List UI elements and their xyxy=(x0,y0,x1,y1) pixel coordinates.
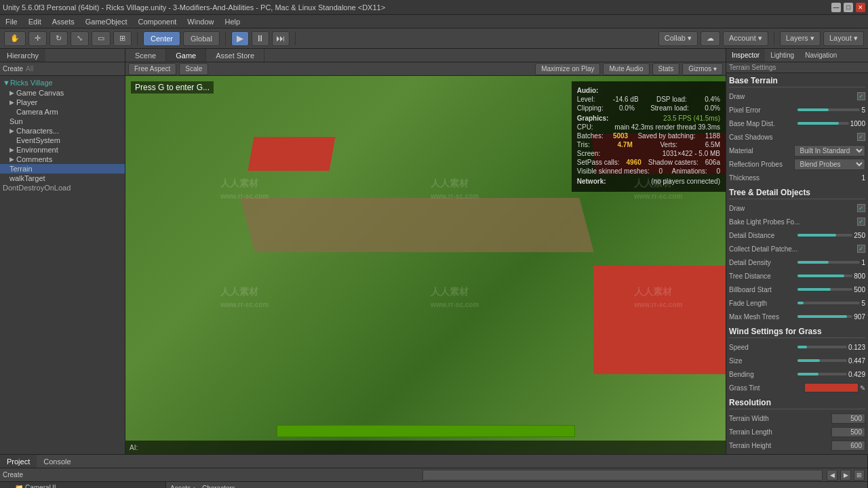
hierarchy-create-button[interactable]: Create xyxy=(3,65,23,73)
menu-edit[interactable]: Edit xyxy=(23,15,47,28)
bake-light-checkbox[interactable]: ✓ xyxy=(857,218,865,226)
hier-sun[interactable]: Sun xyxy=(0,117,125,126)
menu-window[interactable]: Window xyxy=(182,15,219,28)
collab-button[interactable]: Collab ▾ xyxy=(658,31,698,46)
gizmos-button[interactable]: Gizmos ▾ xyxy=(682,63,723,75)
hier-eventsystem[interactable]: EventSystem xyxy=(0,136,125,145)
hier-player[interactable]: ▶ Player xyxy=(0,98,125,107)
play-button[interactable]: ▶ xyxy=(231,31,249,46)
material-row: Material Built In Standard xyxy=(729,144,865,157)
expand-button[interactable]: ⊞ xyxy=(854,470,865,481)
menu-gameobject[interactable]: GameObject xyxy=(80,15,133,28)
pause-button[interactable]: ⏸ xyxy=(252,31,269,46)
scene-tab[interactable]: Scene xyxy=(125,49,166,62)
account-button[interactable]: Account ▾ xyxy=(723,31,768,46)
layout-button[interactable]: Layout ▾ xyxy=(823,31,864,46)
rect-tool[interactable]: ▭ xyxy=(92,31,111,46)
menu-component[interactable]: Component xyxy=(132,15,182,28)
hand-tool[interactable]: ✋ xyxy=(4,31,26,46)
minimize-button[interactable]: — xyxy=(831,3,841,12)
console-tab[interactable]: Console xyxy=(37,455,77,468)
setpass-val: 4960 xyxy=(627,159,642,166)
graphics-label: Graphics: xyxy=(577,115,609,122)
hier-terrain[interactable]: Terrain xyxy=(0,164,125,174)
hier-comments[interactable]: ▶ Comments xyxy=(0,155,125,164)
hier-dontdestroy[interactable]: DontDestroyOnLoad xyxy=(0,183,125,192)
inspector-tab[interactable]: Inspector xyxy=(726,49,765,62)
terrain-width-input[interactable] xyxy=(831,413,865,424)
hier-characters[interactable]: ▶ Characters... xyxy=(0,126,125,136)
bending-slider[interactable] xyxy=(797,373,847,375)
maximize-button[interactable]: □ xyxy=(844,3,853,12)
wind-title: Wind Settings for Grass xyxy=(729,327,865,338)
tree-dist-slider[interactable] xyxy=(797,274,853,277)
breadcrumb-assets[interactable]: Assets xyxy=(170,485,191,488)
scale-button[interactable]: Scale xyxy=(179,63,208,75)
scroll-right-button[interactable]: ▶ xyxy=(840,470,851,481)
project-tab[interactable]: Project xyxy=(0,455,37,468)
terrain-height-input[interactable] xyxy=(831,441,865,451)
menu-help[interactable]: Help xyxy=(219,15,245,28)
pixel-error-slider[interactable] xyxy=(797,108,861,111)
cpu-val: main 42.3ms render thread 39.3ms xyxy=(614,123,720,131)
layers-button[interactable]: Layers ▾ xyxy=(780,31,821,46)
grass-tint-color[interactable] xyxy=(804,383,859,392)
grass-tint-edit-icon[interactable]: ✎ xyxy=(860,384,865,392)
anim-label: Animations: xyxy=(672,167,707,175)
game-tab[interactable]: Game xyxy=(166,49,206,62)
rotate-tool[interactable]: ↻ xyxy=(50,31,68,46)
transform-tool[interactable]: ⊞ xyxy=(113,31,132,46)
hier-game-canvas[interactable]: ▶ Game Canvas xyxy=(0,88,125,98)
asset-search-input[interactable] xyxy=(422,470,823,481)
hier-environment[interactable]: ▶ Environment xyxy=(0,145,125,155)
detail-density-slider[interactable] xyxy=(797,261,861,264)
cast-shadows-checkbox[interactable]: ✓ xyxy=(857,133,865,141)
scene-root[interactable]: ▼ Ricks Village xyxy=(0,77,125,88)
cast-shadows-row: Cast Shadows ✓ xyxy=(729,131,865,143)
scale-tool[interactable]: ⤡ xyxy=(71,31,89,46)
menu-file[interactable]: File xyxy=(0,15,23,28)
lighting-tab[interactable]: Lighting xyxy=(765,49,800,62)
aspect-ratio-button[interactable]: Free Aspect xyxy=(128,63,176,75)
pivot-center-button[interactable]: Center xyxy=(143,31,180,46)
clipping-label: Clipping: xyxy=(577,104,604,112)
speed-slider[interactable] xyxy=(797,346,847,348)
step-button[interactable]: ⏭ xyxy=(272,31,290,46)
hierarchy-tab[interactable]: Hierarchy xyxy=(0,49,45,62)
draw-checkbox[interactable]: ✓ xyxy=(857,92,865,100)
fade-row: Fade Length 5 xyxy=(729,297,865,309)
scroll-left-button[interactable]: ◀ xyxy=(827,470,837,481)
collect-patches-checkbox[interactable]: ✓ xyxy=(857,245,865,253)
base-map-row: Base Map Dist. 1000 xyxy=(729,117,865,129)
detail-dist-row: Detail Distance 250 xyxy=(729,229,865,241)
tree-draw-checkbox[interactable]: ✓ xyxy=(857,204,865,212)
detail-dist-slider[interactable] xyxy=(797,234,853,237)
menu-assets[interactable]: Assets xyxy=(47,15,80,28)
stats-button[interactable]: Stats xyxy=(652,63,680,75)
hier-camera-arm[interactable]: Camera Arm xyxy=(0,107,125,117)
mute-audio-button[interactable]: Mute Audio xyxy=(603,63,649,75)
game-view: Press G to enter G... Audio: Level: -14.… xyxy=(125,76,726,454)
hier-walktarget[interactable]: walkTarget xyxy=(0,174,125,183)
reflection-select[interactable]: Blend Probes xyxy=(794,159,866,170)
proj-camera-ui[interactable]: 📁 CameraUI xyxy=(0,483,165,488)
billboard-slider[interactable] xyxy=(797,288,853,291)
global-button[interactable]: Global xyxy=(183,31,220,46)
project-create-button[interactable]: Create xyxy=(3,471,23,479)
move-tool[interactable]: ✛ xyxy=(28,31,47,46)
asset-store-tab[interactable]: Asset Store xyxy=(206,49,264,62)
terrain-length-input[interactable] xyxy=(831,427,865,437)
breadcrumb-characters[interactable]: _Characters xyxy=(198,485,235,488)
material-select[interactable]: Built In Standard xyxy=(794,145,866,157)
size-slider[interactable] xyxy=(797,359,847,362)
base-map-slider[interactable] xyxy=(797,122,849,125)
max-mesh-slider[interactable] xyxy=(797,315,853,318)
bending-row: Bending 0.429 xyxy=(729,368,865,380)
navigation-tab[interactable]: Navigation xyxy=(800,49,842,62)
maximize-play-button[interactable]: Maximize on Play xyxy=(535,63,600,75)
cloud-button[interactable]: ☁ xyxy=(701,31,720,46)
ai-label: AI: xyxy=(130,444,138,451)
close-button[interactable]: ✕ xyxy=(856,3,865,12)
fade-slider[interactable] xyxy=(797,302,861,304)
toolbar-separator-1 xyxy=(137,32,138,45)
